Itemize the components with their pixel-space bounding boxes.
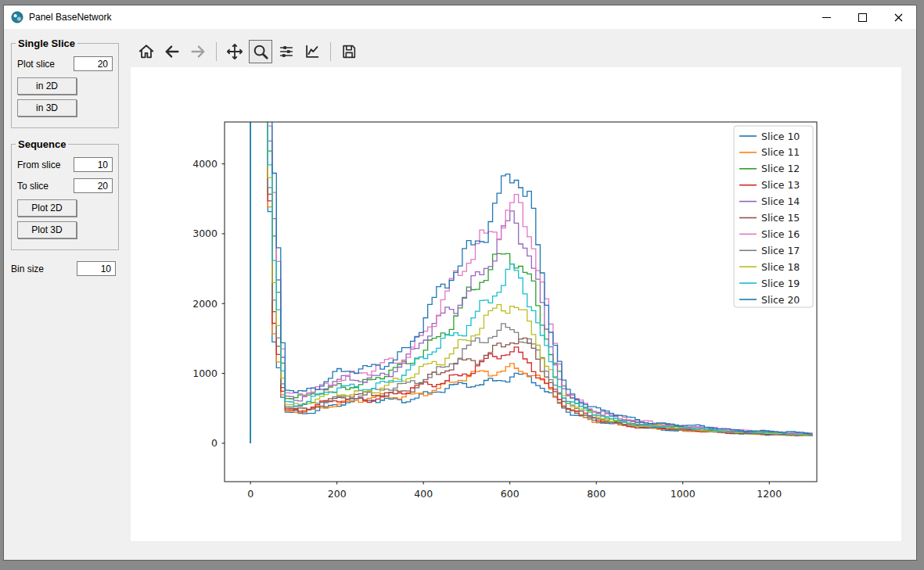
svg-text:Slice 11: Slice 11	[761, 146, 800, 158]
toolbar-separator	[330, 42, 331, 61]
svg-text:1200: 1200	[757, 488, 782, 500]
svg-text:1000: 1000	[192, 367, 218, 379]
single-slice-title: Single Slice	[16, 38, 77, 49]
svg-text:1000: 1000	[671, 488, 696, 500]
forward-icon	[189, 43, 207, 60]
bin-size-row: Bin size	[11, 261, 116, 276]
maximize-icon	[858, 13, 867, 22]
plot-toolbar	[135, 38, 916, 65]
svg-text:Slice 13: Slice 13	[761, 179, 800, 191]
plot-3d-button[interactable]: Plot 3D	[17, 221, 77, 238]
minimize-button[interactable]	[808, 5, 844, 29]
svg-text:200: 200	[328, 488, 347, 500]
app-logo-icon	[11, 11, 23, 23]
svg-text:4000: 4000	[192, 158, 218, 170]
window-controls	[808, 5, 916, 29]
titlebar[interactable]: Panel BaseNetwork	[4, 5, 916, 29]
plot-2d-button[interactable]: Plot 2D	[17, 199, 77, 217]
save-icon	[340, 43, 358, 60]
plot-slice-label: Plot slice	[17, 59, 55, 70]
svg-text:Slice 19: Slice 19	[761, 278, 800, 289]
svg-text:Slice 20: Slice 20	[761, 294, 800, 306]
svg-text:Slice 14: Slice 14	[761, 195, 800, 207]
zoom-icon	[252, 43, 269, 60]
plot-slice-input[interactable]	[74, 56, 113, 71]
app-window: Panel BaseNetwork Single Slice Plot slic…	[3, 5, 917, 561]
window-title: Panel BaseNetwork	[29, 12, 111, 23]
to-slice-row: To slice	[17, 178, 113, 193]
maximize-button[interactable]	[844, 5, 880, 29]
from-slice-row: From slice	[17, 157, 113, 172]
svg-text:2000: 2000	[192, 298, 218, 310]
minimize-icon	[822, 17, 831, 18]
to-slice-label: To slice	[17, 181, 49, 192]
plot-slice-row: Plot slice	[17, 56, 113, 71]
svg-text:400: 400	[414, 488, 433, 500]
bin-size-input[interactable]	[77, 261, 116, 276]
bin-size-label: Bin size	[11, 263, 44, 274]
svg-text:0: 0	[247, 488, 253, 500]
sequence-group: Sequence From slice To slice Plot 2D Plo…	[11, 138, 119, 250]
back-icon	[164, 43, 181, 60]
histogram-chart: 02004006008001000120001000200030004000Sl…	[131, 67, 901, 541]
single-slice-group: Single Slice Plot slice in 2D in 3D	[11, 38, 119, 128]
close-icon	[894, 13, 903, 22]
pan-button[interactable]	[223, 40, 246, 63]
svg-text:3000: 3000	[192, 228, 218, 239]
forward-button[interactable]	[186, 40, 210, 63]
pan-icon	[226, 43, 243, 60]
svg-text:Slice 15: Slice 15	[761, 212, 800, 224]
svg-text:Slice 16: Slice 16	[761, 228, 800, 240]
subplots-icon	[278, 43, 295, 60]
customize-icon	[304, 43, 321, 60]
zoom-button[interactable]	[249, 40, 272, 63]
toolbar-separator	[216, 42, 217, 61]
desktop-background: Panel BaseNetwork Single Slice Plot slic…	[0, 0, 924, 570]
svg-text:Slice 12: Slice 12	[761, 163, 800, 174]
svg-text:800: 800	[587, 488, 606, 500]
svg-text:Slice 18: Slice 18	[761, 261, 800, 273]
svg-text:Slice 10: Slice 10	[761, 131, 800, 142]
in-3d-button[interactable]: in 3D	[17, 99, 77, 117]
from-slice-input[interactable]	[74, 157, 113, 172]
window-content: Single Slice Plot slice in 2D in 3D Sequ…	[4, 29, 916, 560]
home-button[interactable]	[135, 40, 158, 63]
from-slice-label: From slice	[17, 160, 60, 170]
sidebar: Single Slice Plot slice in 2D in 3D Sequ…	[4, 29, 123, 560]
plot-panel: 02004006008001000120001000200030004000Sl…	[123, 29, 916, 560]
customize-button[interactable]	[300, 40, 324, 63]
close-button[interactable]	[880, 5, 916, 29]
home-icon	[138, 43, 155, 60]
sequence-title: Sequence	[16, 138, 68, 150]
save-button[interactable]	[337, 40, 361, 63]
figure-canvas[interactable]: 02004006008001000120001000200030004000Sl…	[131, 67, 901, 541]
svg-text:600: 600	[501, 488, 520, 500]
subplots-button[interactable]	[275, 40, 298, 63]
back-button[interactable]	[160, 40, 184, 63]
in-2d-button[interactable]: in 2D	[17, 77, 77, 95]
svg-text:Slice 17: Slice 17	[761, 245, 800, 256]
svg-text:0: 0	[211, 437, 218, 449]
to-slice-input[interactable]	[74, 178, 113, 193]
